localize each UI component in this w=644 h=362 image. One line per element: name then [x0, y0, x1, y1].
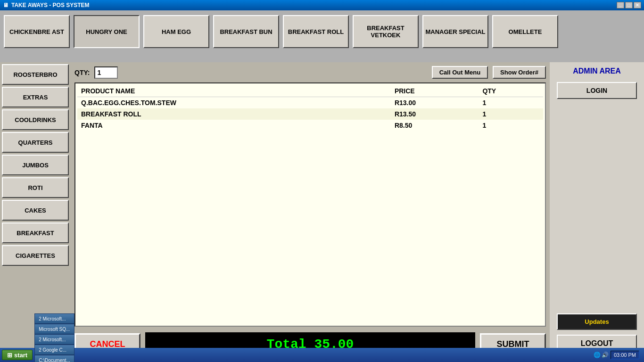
pos-area: QTY: Call Out Menu Show Order# PRODUCT N…	[71, 62, 550, 362]
call-out-menu-button[interactable]: Call Out Menu	[432, 66, 488, 79]
start-button[interactable]: ⊞ start	[2, 350, 33, 360]
order-cell-product: BREAKFAST ROLL	[77, 108, 391, 120]
clock: 03:00 PM	[611, 351, 639, 359]
updates-button[interactable]: Updates	[557, 313, 637, 330]
order-row: Q.BAC.EGG.CHES.TOM.STEWR13.001	[77, 97, 543, 109]
app-icon: 🖥	[3, 2, 8, 8]
sidebar-btn-cigarettes[interactable]: CIGARETTES	[2, 245, 69, 266]
qty-input[interactable]	[94, 66, 118, 79]
admin-area: ADMIN AREA LOGIN Updates LOGOUT	[550, 62, 644, 362]
order-row: BREAKFAST ROLLR13.501	[77, 108, 543, 120]
order-cell-price: R13.50	[391, 108, 479, 120]
top-menu-btn-manager-special[interactable]: MANAGER SPECIAL	[422, 15, 488, 48]
sidebar-btn-breakfast[interactable]: BREAKFAST	[2, 222, 69, 243]
taskbar-item[interactable]: 2 Google C...	[34, 345, 74, 355]
sidebar-btn-roti[interactable]: ROTI	[2, 177, 69, 198]
order-cell-price: R13.00	[391, 97, 479, 109]
sidebar-btn-extras[interactable]: EXTRAS	[2, 87, 69, 107]
login-button[interactable]: LOGIN	[557, 82, 637, 99]
maximize-button[interactable]: □	[625, 2, 633, 8]
top-menu-btn-ham-egg[interactable]: HAM EGG	[143, 15, 209, 48]
taskbar-item[interactable]: 2 Microsoft...	[34, 334, 74, 345]
close-button[interactable]: ✕	[634, 2, 641, 8]
volume-icon: 🔊	[602, 352, 609, 358]
titlebar-title-group: 🖥 TAKE AWAYS - POS SYSTEM	[3, 2, 90, 8]
order-table-container: PRODUCT NAME PRICE QTY Q.BAC.EGG.CHES.TO…	[74, 82, 546, 327]
order-cell-qty: 1	[479, 120, 543, 131]
sidebar-btn-cooldrinks[interactable]: COOLDRINKS	[2, 109, 69, 130]
order-cell-product: Q.BAC.EGG.CHES.TOM.STEW	[77, 97, 391, 109]
order-table-body: Q.BAC.EGG.CHES.TOM.STEWR13.001BREAKFAST …	[77, 97, 543, 132]
sidebar-btn-roosterbro[interactable]: ROOSTERBRO	[2, 64, 69, 85]
taskbar-item[interactable]: Microsoft SQ...	[34, 324, 74, 334]
network-icon: 🌐	[594, 352, 601, 358]
start-label: start	[14, 352, 27, 359]
taskbar-item[interactable]: C:\Document...	[34, 355, 74, 362]
show-order-button[interactable]: Show Order#	[493, 66, 546, 79]
taskbar: ⊞ start 2 Microsoft...Microsoft SQ...2 M…	[0, 348, 644, 362]
minimize-button[interactable]: _	[617, 2, 624, 8]
titlebar: 🖥 TAKE AWAYS - POS SYSTEM _ □ ✕	[0, 0, 644, 10]
top-menu-btn-breakfast-bun[interactable]: BREAKFAST BUN	[213, 15, 279, 48]
top-menu-btn-omellete[interactable]: OMELLETE	[492, 15, 558, 48]
app-title: TAKE AWAYS - POS SYSTEM	[11, 2, 90, 8]
top-menu-btn-breakfast-vetkoek[interactable]: BREAKFAST VETKOEK	[353, 15, 419, 48]
qty-row: QTY: Call Out Menu Show Order#	[74, 66, 546, 79]
admin-title: ADMIN AREA	[573, 67, 621, 75]
top-menu-btn-hungry-one[interactable]: HUNGRY ONE	[74, 15, 140, 48]
top-menu-bar: CHICKENBRE ASTHUNGRY ONEHAM EGGBREAKFAST…	[0, 10, 644, 62]
taskbar-tray: 🌐 🔊 03:00 PM	[594, 351, 642, 359]
col-price: PRICE	[391, 85, 479, 97]
top-menu-btn-breakfast-roll[interactable]: BREAKFAST ROLL	[283, 15, 349, 48]
window-controls: _ □ ✕	[617, 2, 641, 8]
main-content: ROOSTERBROEXTRASCOOLDRINKSQUARTERSJUMBOS…	[0, 62, 644, 362]
col-product-name: PRODUCT NAME	[77, 85, 391, 97]
sidebar-btn-quarters[interactable]: QUARTERS	[2, 132, 69, 153]
order-cell-qty: 1	[479, 97, 543, 109]
top-menu-btn-chickenbreast[interactable]: CHICKENBRE AST	[4, 15, 70, 48]
order-cell-qty: 1	[479, 108, 543, 120]
order-cell-product: FANTA	[77, 120, 391, 131]
tray-icons: 🌐 🔊	[594, 352, 609, 358]
taskbar-items: 2 Microsoft...Microsoft SQ...2 Microsoft…	[34, 313, 74, 362]
sidebar-btn-cakes[interactable]: CAKES	[2, 200, 69, 221]
taskbar-item[interactable]: 2 Microsoft...	[34, 313, 74, 324]
order-cell-price: R8.50	[391, 120, 479, 131]
qty-label: QTY:	[74, 69, 90, 76]
col-qty: QTY	[479, 85, 543, 97]
order-table-header: PRODUCT NAME PRICE QTY	[77, 85, 543, 97]
sidebar-btn-jumbos[interactable]: JUMBOS	[2, 155, 69, 175]
windows-icon: ⊞	[7, 352, 12, 359]
order-table: PRODUCT NAME PRICE QTY Q.BAC.EGG.CHES.TO…	[77, 85, 543, 131]
order-row: FANTAR8.501	[77, 120, 543, 131]
